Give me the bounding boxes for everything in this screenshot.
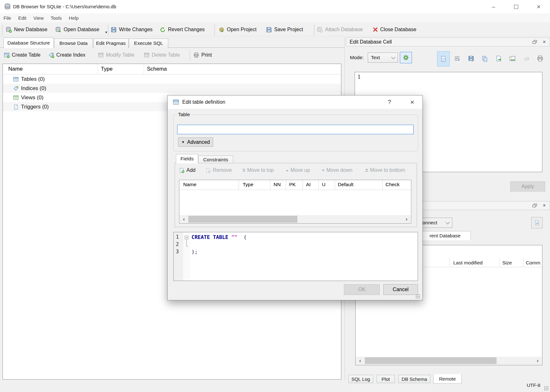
create-table-button[interactable]: Create Table bbox=[4, 50, 40, 60]
col-nn[interactable]: NN bbox=[274, 182, 281, 187]
cell-text-view-button[interactable] bbox=[437, 51, 450, 66]
menu-help[interactable]: Help bbox=[65, 15, 82, 21]
open-project-button[interactable]: Open Project bbox=[217, 24, 258, 35]
table-name-input[interactable] bbox=[177, 125, 414, 134]
col-check[interactable]: Check bbox=[386, 182, 400, 187]
resize-grip[interactable] bbox=[544, 386, 549, 391]
tab-label: Execute SQL bbox=[134, 40, 163, 46]
scroll-left-button[interactable]: ‹ bbox=[356, 357, 364, 365]
delete-table-button[interactable]: Delete Table bbox=[144, 50, 180, 60]
scroll-left-button[interactable]: ‹ bbox=[180, 215, 188, 223]
dock-float-button[interactable] bbox=[531, 202, 538, 209]
mode-select[interactable]: Text bbox=[368, 52, 398, 63]
dialog-close-button[interactable]: × bbox=[407, 95, 418, 109]
cancel-button[interactable]: Cancel bbox=[383, 284, 418, 295]
tab-execute-sql[interactable]: Execute SQL bbox=[129, 38, 168, 48]
dialog-tab-constraints[interactable]: Constraints bbox=[198, 156, 233, 163]
tab-sql-log[interactable]: SQL Log bbox=[348, 375, 373, 383]
create-index-button[interactable]: Create Index bbox=[48, 50, 86, 60]
save-project-button[interactable]: Save Project bbox=[265, 24, 304, 35]
close-database-button[interactable]: Close Database bbox=[372, 24, 418, 35]
edit-cell-panel-header[interactable]: Edit Database Cell × bbox=[346, 38, 550, 46]
tree-column-name[interactable]: Name bbox=[8, 66, 23, 72]
tab-edit-pragmas[interactable]: Edit Pragmas bbox=[93, 38, 129, 48]
tree-header-separator[interactable] bbox=[144, 64, 144, 74]
open-database-dropdown-icon[interactable]: ▾ bbox=[105, 30, 107, 34]
menu-edit[interactable]: Edit bbox=[15, 15, 30, 21]
col-default[interactable]: Default bbox=[338, 182, 353, 187]
dock-float-button[interactable] bbox=[531, 39, 538, 45]
cell-import-button[interactable] bbox=[479, 51, 491, 66]
cell-export-button[interactable] bbox=[493, 51, 505, 66]
menu-view[interactable]: View bbox=[30, 15, 47, 21]
attach-database-button[interactable]: Attach Database bbox=[316, 24, 364, 35]
open-database-button[interactable]: Open Database ▾ bbox=[54, 24, 108, 35]
tab-db-schema[interactable]: DB Schema bbox=[398, 375, 430, 383]
menu-file[interactable]: File bbox=[0, 15, 15, 21]
cell-image-button[interactable] bbox=[506, 51, 519, 66]
cell-clear-button[interactable] bbox=[521, 51, 533, 66]
field-remove-button[interactable]: Remove bbox=[205, 167, 232, 173]
tab-remote[interactable]: Remote bbox=[433, 374, 462, 384]
dialog-resize-grip[interactable] bbox=[415, 294, 420, 298]
dock-close-button[interactable]: × bbox=[541, 39, 548, 45]
remote-column-last-modified[interactable]: Last modified bbox=[453, 260, 483, 266]
tree-column-schema[interactable]: Schema bbox=[147, 66, 167, 72]
toolbar-handle[interactable] bbox=[213, 24, 215, 35]
close-database-icon bbox=[373, 27, 378, 32]
scroll-right-button[interactable]: › bbox=[402, 215, 411, 223]
field-move-down-button[interactable]: Move down bbox=[322, 167, 352, 173]
field-add-button[interactable]: Add bbox=[179, 167, 195, 173]
modify-table-button[interactable]: Modify Table bbox=[98, 50, 135, 60]
col-name[interactable]: Name bbox=[183, 182, 196, 187]
remote-tab-current-database[interactable]: rent Database bbox=[419, 231, 471, 240]
tree-column-type[interactable]: Type bbox=[101, 66, 113, 72]
close-button[interactable]: × bbox=[527, 0, 550, 13]
minimize-button[interactable]: – bbox=[482, 0, 505, 13]
field-move-up-button[interactable]: Move up bbox=[286, 167, 310, 173]
open-project-icon bbox=[219, 27, 225, 33]
field-move-bottom-button[interactable]: Move to bottom bbox=[365, 167, 405, 173]
remote-connect-dropdown[interactable]: onnect bbox=[419, 218, 452, 228]
maximize-button[interactable] bbox=[505, 0, 527, 13]
col-u[interactable]: U bbox=[322, 182, 325, 187]
tree-header-separator[interactable] bbox=[98, 64, 98, 74]
tree-item-indices[interactable]: Indices (0) bbox=[3, 84, 341, 93]
print-button[interactable]: Print bbox=[193, 50, 212, 60]
tab-browse-data[interactable]: Browse Data bbox=[54, 38, 93, 48]
col-type[interactable]: Type bbox=[243, 182, 254, 187]
revert-changes-button[interactable]: Revert Changes bbox=[158, 24, 206, 35]
cell-save-button[interactable] bbox=[465, 51, 477, 66]
remote-hscrollbar[interactable]: ‹ › bbox=[356, 357, 542, 365]
col-ai[interactable]: AI bbox=[306, 182, 311, 187]
tab-plot[interactable]: Plot bbox=[377, 375, 395, 383]
cell-word-wrap-button[interactable] bbox=[451, 51, 463, 66]
toolbar-handle[interactable] bbox=[1, 24, 3, 35]
ok-button[interactable]: OK bbox=[344, 284, 380, 295]
tree-item-tables[interactable]: Tables (0) bbox=[3, 74, 341, 84]
tab-database-structure[interactable]: Database Structure bbox=[3, 38, 54, 48]
apply-button[interactable]: Apply bbox=[510, 181, 545, 192]
cell-print-button[interactable] bbox=[534, 51, 546, 66]
dialog-help-button[interactable]: ? bbox=[384, 95, 395, 109]
dialog-tab-fields[interactable]: Fields bbox=[176, 154, 198, 163]
sql-preview-editor[interactable]: 1 2 3 CREATE TABLE "" ( ); bbox=[173, 232, 418, 281]
remote-column-commit[interactable]: Comm bbox=[526, 260, 540, 266]
write-changes-button[interactable]: Write Changes bbox=[109, 24, 154, 35]
toolbar-handle[interactable] bbox=[313, 24, 315, 35]
new-database-button[interactable]: New Database bbox=[4, 24, 49, 35]
scrollbar-thumb[interactable] bbox=[188, 216, 297, 223]
dock-close-button[interactable]: × bbox=[541, 202, 548, 209]
fold-marker-icon[interactable] bbox=[185, 236, 188, 239]
advanced-toggle-button[interactable]: ▼ Advanced bbox=[178, 137, 213, 147]
scrollbar-thumb[interactable] bbox=[365, 357, 497, 364]
menu-tools[interactable]: Tools bbox=[47, 15, 65, 21]
scroll-right-button[interactable]: › bbox=[533, 357, 542, 365]
write-changes-icon bbox=[111, 27, 117, 33]
remote-clone-button[interactable] bbox=[531, 217, 543, 228]
col-pk[interactable]: PK bbox=[289, 182, 296, 187]
fields-hscrollbar[interactable]: ‹ › bbox=[180, 215, 411, 223]
remote-column-size[interactable]: Size bbox=[502, 260, 512, 266]
cell-settings-button[interactable] bbox=[400, 52, 412, 63]
field-move-top-button[interactable]: Move to top bbox=[242, 167, 274, 173]
